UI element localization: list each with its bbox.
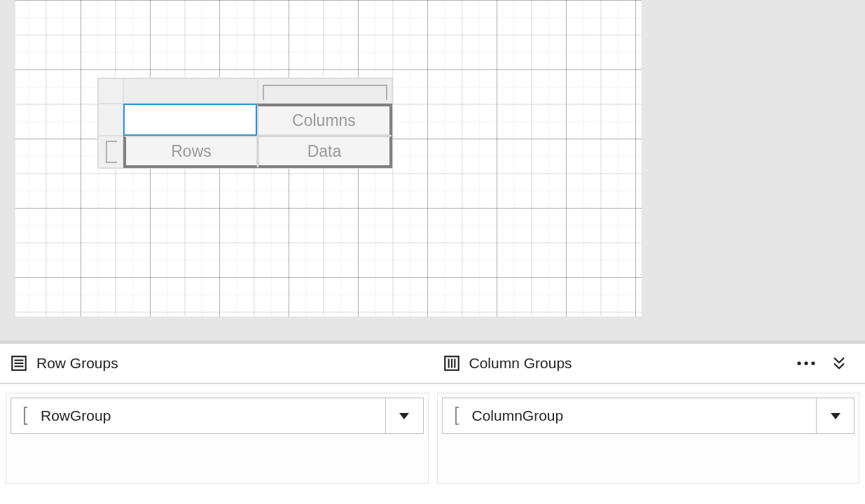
svg-marker-11 bbox=[399, 413, 409, 419]
matrix-rows-cell[interactable]: Rows bbox=[123, 136, 258, 168]
matrix-column-group-outline bbox=[258, 78, 392, 104]
matrix-item[interactable]: Columns Rows Data bbox=[98, 78, 392, 168]
column-groups-list[interactable]: ColumnGroup bbox=[437, 393, 860, 484]
row-groups-list[interactable]: RowGroup bbox=[6, 393, 429, 484]
row-group-name: RowGroup bbox=[39, 407, 385, 424]
matrix-corner-cell[interactable] bbox=[123, 104, 257, 136]
row-groups-icon bbox=[10, 354, 28, 372]
matrix-row-group-outline bbox=[98, 136, 123, 168]
svg-point-8 bbox=[797, 361, 801, 365]
row-groups-title: Row Groups bbox=[36, 355, 118, 372]
column-groups-icon bbox=[443, 354, 461, 372]
svg-point-9 bbox=[804, 361, 808, 365]
matrix-side-spacer bbox=[98, 104, 123, 136]
matrix-columns-cell[interactable]: Columns bbox=[257, 104, 392, 136]
svg-point-10 bbox=[811, 361, 815, 365]
column-group-dropdown[interactable] bbox=[816, 398, 854, 433]
row-group-dropdown[interactable] bbox=[385, 398, 423, 433]
grouping-pane-header: Row Groups Column Groups bbox=[0, 343, 865, 384]
grouping-pane: Row Groups Column Groups bbox=[0, 343, 865, 504]
svg-marker-12 bbox=[831, 413, 840, 419]
row-group-item[interactable]: RowGroup bbox=[11, 398, 424, 434]
column-groups-title: Column Groups bbox=[469, 355, 572, 372]
collapse-pane-button[interactable] bbox=[831, 356, 847, 371]
more-options-button[interactable] bbox=[796, 360, 816, 367]
column-group-name: ColumnGroup bbox=[471, 407, 817, 424]
group-bracket-icon bbox=[443, 406, 471, 426]
report-design-surface[interactable]: Columns Rows Data bbox=[0, 0, 865, 343]
layout-grid[interactable]: Columns Rows Data bbox=[15, 0, 642, 316]
matrix-data-cell[interactable]: Data bbox=[258, 136, 392, 168]
matrix-top-header-empty bbox=[123, 78, 258, 104]
column-group-item[interactable]: ColumnGroup bbox=[442, 398, 855, 434]
group-bracket-icon bbox=[11, 406, 39, 426]
matrix-corner-spacer bbox=[98, 78, 123, 104]
